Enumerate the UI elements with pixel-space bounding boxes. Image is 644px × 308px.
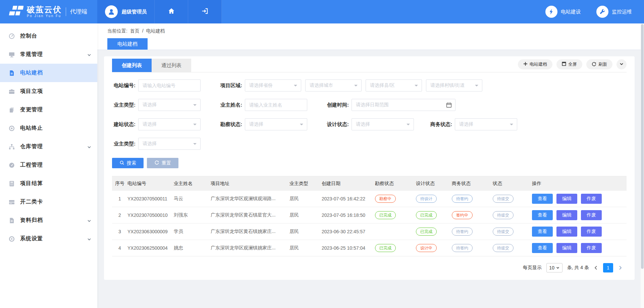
nav-monitor-ops[interactable]: 监控运维 xyxy=(596,6,632,18)
calculator-icon xyxy=(8,180,15,187)
tab-create-list[interactable]: 创建列表 xyxy=(112,59,152,72)
sidebar-item-project-settlement[interactable]: 项目结算 xyxy=(0,174,97,193)
sidebar-item-general-mgmt[interactable]: 常规管理 xyxy=(0,45,97,64)
province-select[interactable]: 请选择省份 xyxy=(245,79,301,91)
sidebar-item-console[interactable]: 控制台 xyxy=(0,27,97,45)
owner-type-select[interactable]: 请选择 xyxy=(138,99,201,111)
breadcrumb-home[interactable]: 首页 xyxy=(130,28,140,34)
build-status-select[interactable]: 请选择 xyxy=(138,118,201,130)
current-page-button[interactable]: 1 xyxy=(603,263,613,272)
sidebar-item-open-type2-card[interactable]: 开二类卡 xyxy=(0,193,97,211)
cell-project-address: 广东深圳龙华区黄石镇姚家庄... xyxy=(211,229,289,235)
sidebar-item-station-archive[interactable]: 电站建档 xyxy=(0,64,97,82)
sidebar-item-engineering-mgmt[interactable]: 工程管理 xyxy=(0,156,97,174)
search-button[interactable]: 搜索 xyxy=(112,158,144,168)
void-button[interactable]: 作废 xyxy=(581,243,602,253)
search-icon xyxy=(119,160,124,166)
owner-type2-select[interactable]: 请选择 xyxy=(138,138,201,150)
station-code-input[interactable] xyxy=(138,79,201,91)
app-root: 破茧云伏 Po Jian Yun Fu 代理端 超级管理员 xyxy=(0,0,644,308)
next-page-button[interactable] xyxy=(618,265,623,270)
business-status-select[interactable]: 请选择 xyxy=(455,118,517,130)
per-page-label: 每页显示 xyxy=(523,265,542,271)
city-select-value: 请选择城市 xyxy=(310,82,333,88)
sidebar-item-data-archive[interactable]: 资料归档 xyxy=(0,211,97,230)
chevron-down-icon xyxy=(87,218,91,224)
sidebar-item-warehouse-mgmt[interactable]: 仓库管理 xyxy=(0,137,97,156)
filter-form: 电站编号: 项目区域: 请选择省份 请选择城市 请选择县/区 请选择村镇/街道 … xyxy=(112,79,627,168)
edit-button[interactable]: 编辑 xyxy=(556,194,577,204)
logo-mark-icon xyxy=(7,5,23,19)
table-header: 序号 电站编号 业主姓名 项目地址 业主类型 创建日期 勘察状态 设计状态 商务… xyxy=(112,176,627,191)
sidebar-item-change-mgmt[interactable]: 变更管理 xyxy=(0,101,97,119)
cell-station-code: YX2023063000009 xyxy=(127,229,174,234)
header-right-nav: 电站建设 监控运维 xyxy=(545,0,644,23)
sidebar-item-project-initiation[interactable]: 项目立项 xyxy=(0,82,97,101)
date-range-input[interactable]: 请选择日期范围 xyxy=(352,99,455,111)
logo[interactable]: 破茧云伏 Po Jian Yun Fu 代理端 xyxy=(0,0,97,23)
chevron-down-icon xyxy=(87,144,91,150)
logout-button[interactable] xyxy=(188,0,222,23)
sidebar-item-label: 资料归档 xyxy=(20,217,43,224)
fullscreen-button[interactable]: 全屏 xyxy=(556,59,582,69)
nav-station-build[interactable]: 电站建设 xyxy=(545,6,581,18)
void-button[interactable]: 作废 xyxy=(581,227,602,237)
view-button[interactable]: 查看 xyxy=(532,227,553,237)
town-select[interactable]: 请选择村镇/街道 xyxy=(426,79,482,91)
survey-status-badge: 勘察中 xyxy=(375,195,396,203)
col-survey-status: 勘察状态 xyxy=(375,181,416,187)
view-button[interactable]: 查看 xyxy=(532,243,553,253)
cell-project-address: 广东深圳龙华区观澜镇姚家庄... xyxy=(211,245,289,251)
sidebar-item-label: 常规管理 xyxy=(20,51,43,58)
prev-page-button[interactable] xyxy=(594,265,598,270)
add-station-button[interactable]: 电站建档 xyxy=(518,59,552,69)
add-station-label: 电站建档 xyxy=(530,61,547,67)
owner-type2-label: 业主类型: xyxy=(112,141,136,147)
design-status-select[interactable]: 请选择 xyxy=(352,118,414,130)
tab-passed-list[interactable]: 通过列表 xyxy=(152,59,191,72)
void-button[interactable]: 作废 xyxy=(581,210,602,220)
page-scrollbar[interactable] xyxy=(641,23,644,308)
col-created-date: 创建日期 xyxy=(322,181,375,187)
survey-status-select[interactable]: 请选择 xyxy=(245,118,307,130)
reset-button[interactable]: 重置 xyxy=(147,158,178,168)
owner-type-label: 业主类型: xyxy=(112,102,136,108)
cell-owner-type: 居民 xyxy=(289,212,322,218)
owner-name-input[interactable] xyxy=(245,99,307,111)
cell-created-date: 2023-06-30 22:45:57 xyxy=(322,229,375,234)
user-menu[interactable]: 超级管理员 xyxy=(97,0,155,23)
view-button[interactable]: 查看 xyxy=(532,194,553,204)
edit-button[interactable]: 编辑 xyxy=(556,243,577,253)
status-badge: 待提交 xyxy=(493,244,514,252)
reset-icon xyxy=(154,160,159,166)
col-design-status: 设计状态 xyxy=(416,181,452,187)
scrollbar-thumb[interactable] xyxy=(641,24,644,269)
view-button[interactable]: 查看 xyxy=(532,210,553,220)
document-icon xyxy=(8,69,15,77)
county-select[interactable]: 请选择县/区 xyxy=(366,79,422,91)
refresh-button[interactable]: 刷新 xyxy=(586,59,612,69)
page-size-select[interactable]: 10 xyxy=(546,263,562,272)
toolbar-collapse-button[interactable] xyxy=(616,59,627,69)
nav-monitor-ops-label: 监控运维 xyxy=(612,9,632,15)
sidebar-item-system-settings[interactable]: 系统设置 xyxy=(0,230,97,248)
build-status-select-value: 请选择 xyxy=(143,121,157,127)
void-button[interactable]: 作废 xyxy=(581,194,602,204)
survey-status-badge: 已完成 xyxy=(375,211,396,219)
created-time-label: 创建时间: xyxy=(323,102,349,108)
edit-button[interactable]: 编辑 xyxy=(556,227,577,237)
home-icon xyxy=(168,7,175,16)
home-button[interactable] xyxy=(155,0,188,23)
app-title: 破茧云伏 xyxy=(27,5,62,14)
fullscreen-icon xyxy=(562,62,566,67)
edit-button[interactable]: 编辑 xyxy=(556,210,577,220)
cell-station-code: YX2023070500011 xyxy=(127,196,174,201)
business-status-label: 商务状态: xyxy=(427,121,452,128)
table-row: 4 YX2023062500004 姚忠 广东深圳龙华区观澜镇姚家庄... 居民… xyxy=(112,240,627,256)
sidebar-item-station-termination[interactable]: 电站终止 xyxy=(0,119,97,137)
refresh-icon xyxy=(592,62,596,67)
city-select[interactable]: 请选择城市 xyxy=(305,79,362,91)
col-owner-name: 业主姓名 xyxy=(174,181,211,187)
table-row: 1 YX2023070500011 马云 广东深圳龙华区观澜镇观湖路... 居民… xyxy=(112,191,627,207)
page-tab[interactable]: 电站建档 xyxy=(107,38,148,50)
